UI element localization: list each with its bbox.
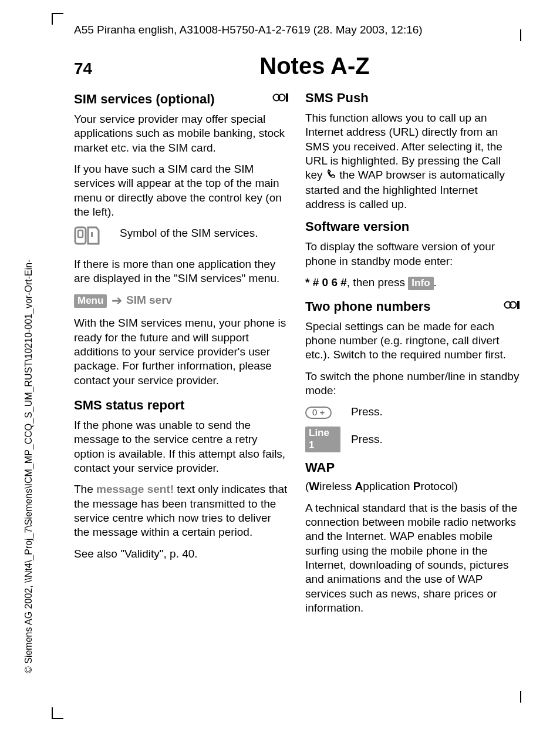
- press-label-1: Press.: [351, 405, 383, 419]
- press-label-2: Press.: [351, 432, 383, 446]
- crop-mark-top-left: [52, 13, 63, 25]
- wap-heading: WAP: [305, 459, 520, 476]
- sim-services-p1: Your service provider may offer special …: [74, 112, 289, 155]
- line1-softkey: Line 1: [305, 427, 340, 453]
- code-value: # 0 6 #: [309, 276, 346, 288]
- two-numbers-p2: To switch the phone number/line in stand…: [305, 370, 520, 398]
- wap-a: A: [355, 480, 363, 492]
- wap-a2: pplication: [363, 480, 413, 492]
- page-number: 74: [74, 59, 109, 78]
- sim-services-menu-path: Menu ➔ SIM serv: [74, 293, 289, 309]
- svg-rect-4: [78, 230, 83, 237]
- network-operator-icon: [272, 92, 289, 107]
- software-version-heading: Software version: [305, 219, 520, 235]
- sim-services-p3: If there is more than one application th…: [74, 257, 289, 286]
- line1-label: Line 1: [305, 427, 340, 453]
- sms-status-p2a: The: [74, 483, 96, 495]
- sim-services-p2: If you have such a SIM card the SIM serv…: [74, 162, 289, 219]
- info-softkey: Info: [408, 277, 433, 290]
- code-suffix: , then press: [347, 276, 409, 288]
- sms-status-heading: SMS status report: [74, 397, 289, 414]
- left-column: SIM services (optional) Your service pro…: [74, 90, 289, 622]
- sms-status-p2: The message sent! text only indicates th…: [74, 482, 289, 539]
- svg-rect-5: [91, 232, 93, 237]
- two-numbers-heading: Two phone numbers: [305, 298, 430, 315]
- sms-status-p1: If the phone was unable to send the mess…: [74, 418, 289, 475]
- software-version-p1: To display the software version of your …: [305, 240, 520, 268]
- crop-mark-bottom-left: [52, 707, 63, 719]
- arrow-icon: ➔: [110, 293, 123, 308]
- svg-rect-2: [286, 93, 288, 102]
- wap-subtitle: (Wireless Application Protocol): [305, 479, 520, 493]
- wap-w: W: [309, 480, 319, 492]
- zero-key: 0 +: [305, 405, 340, 419]
- sim-services-icon: [74, 226, 109, 250]
- menu-target: SIM serv: [126, 294, 172, 306]
- message-sent-label: message sent!: [96, 483, 174, 495]
- sim-services-heading: SIM services (optional): [74, 91, 215, 108]
- wap-p2: rotocol): [420, 480, 457, 492]
- copyright-side-text: © Siemens AG 2002, \\Nt4\_Proj_7\Siemens…: [23, 259, 34, 673]
- wap-w2: ireless: [319, 480, 355, 492]
- network-operator-icon: [504, 299, 520, 314]
- page-content: 74 Notes A-Z SIM services (optional) You…: [74, 53, 520, 622]
- wap-p1: A technical standard that is the basis o…: [305, 501, 520, 616]
- sim-services-p4: With the SIM services menu, your phone i…: [74, 316, 289, 388]
- call-key-icon: [326, 169, 336, 183]
- two-numbers-p1: Special settings can be made for each ph…: [305, 320, 520, 362]
- zero-key-label: 0 +: [305, 407, 332, 419]
- sim-icon-caption: Symbol of the SIM services.: [120, 226, 258, 250]
- software-version-code: * # 0 6 #, then press Info.: [305, 276, 520, 290]
- sms-push-heading: SMS Push: [305, 90, 520, 106]
- document-path-header: A55 Piranha english, A31008-H5750-A1-2-7…: [74, 23, 423, 36]
- crop-mark-top-right: [520, 29, 521, 41]
- code-end: .: [434, 276, 437, 288]
- svg-rect-8: [517, 301, 519, 309]
- crop-mark-bottom-right: [520, 691, 521, 703]
- sms-push-p1: This function allows you to call up an I…: [305, 111, 520, 211]
- page-title: Notes A-Z: [109, 53, 520, 79]
- right-column: SMS Push This function allows you to cal…: [305, 90, 520, 622]
- wap-p: P: [413, 480, 421, 492]
- menu-softkey: Menu: [74, 294, 107, 308]
- sms-status-p3: See also "Validity", p. 40.: [74, 547, 289, 561]
